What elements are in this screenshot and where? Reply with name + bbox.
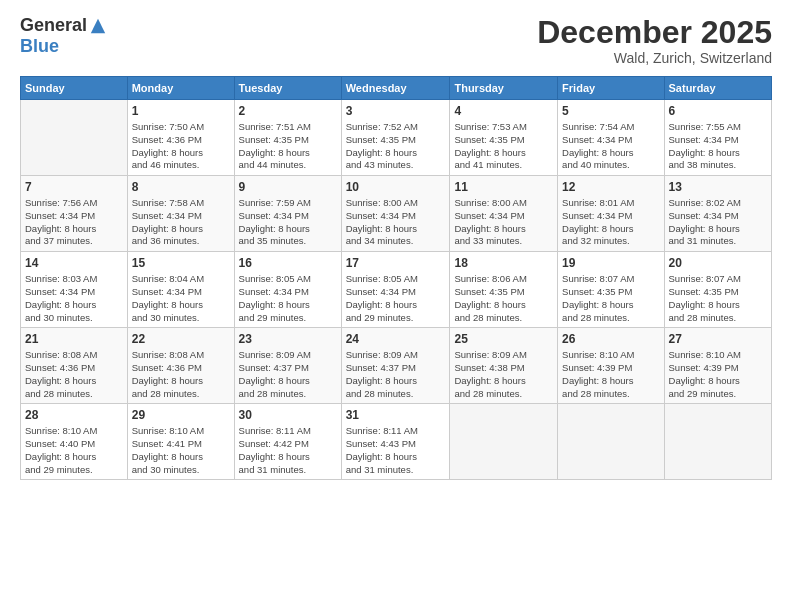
day-info: Sunrise: 8:02 AMSunset: 4:34 PMDaylight:… (669, 197, 767, 248)
day-number: 8 (132, 179, 230, 196)
calendar-cell: 20Sunrise: 8:07 AMSunset: 4:35 PMDayligh… (664, 252, 771, 328)
day-number: 7 (25, 179, 123, 196)
calendar-cell: 22Sunrise: 8:08 AMSunset: 4:36 PMDayligh… (127, 328, 234, 404)
day-info: Sunrise: 7:55 AMSunset: 4:34 PMDaylight:… (669, 121, 767, 172)
day-number: 20 (669, 255, 767, 272)
day-info: Sunrise: 8:10 AMSunset: 4:39 PMDaylight:… (562, 349, 659, 400)
calendar-cell: 27Sunrise: 8:10 AMSunset: 4:39 PMDayligh… (664, 328, 771, 404)
day-number: 11 (454, 179, 553, 196)
day-info: Sunrise: 8:00 AMSunset: 4:34 PMDaylight:… (454, 197, 553, 248)
day-number: 16 (239, 255, 337, 272)
day-number: 6 (669, 103, 767, 120)
day-info: Sunrise: 7:58 AMSunset: 4:34 PMDaylight:… (132, 197, 230, 248)
calendar-body: 1Sunrise: 7:50 AMSunset: 4:36 PMDaylight… (21, 100, 772, 480)
calendar-cell: 11Sunrise: 8:00 AMSunset: 4:34 PMDayligh… (450, 176, 558, 252)
day-info: Sunrise: 8:05 AMSunset: 4:34 PMDaylight:… (346, 273, 446, 324)
day-info: Sunrise: 8:08 AMSunset: 4:36 PMDaylight:… (132, 349, 230, 400)
day-info: Sunrise: 8:04 AMSunset: 4:34 PMDaylight:… (132, 273, 230, 324)
day-number: 25 (454, 331, 553, 348)
calendar-cell: 23Sunrise: 8:09 AMSunset: 4:37 PMDayligh… (234, 328, 341, 404)
col-saturday: Saturday (664, 77, 771, 100)
calendar-cell: 30Sunrise: 8:11 AMSunset: 4:42 PMDayligh… (234, 404, 341, 480)
col-thursday: Thursday (450, 77, 558, 100)
calendar-cell: 28Sunrise: 8:10 AMSunset: 4:40 PMDayligh… (21, 404, 128, 480)
day-info: Sunrise: 7:56 AMSunset: 4:34 PMDaylight:… (25, 197, 123, 248)
day-number: 14 (25, 255, 123, 272)
calendar-cell: 15Sunrise: 8:04 AMSunset: 4:34 PMDayligh… (127, 252, 234, 328)
col-tuesday: Tuesday (234, 77, 341, 100)
calendar-cell (450, 404, 558, 480)
day-number: 22 (132, 331, 230, 348)
calendar-cell: 3Sunrise: 7:52 AMSunset: 4:35 PMDaylight… (341, 100, 450, 176)
calendar-header: Sunday Monday Tuesday Wednesday Thursday… (21, 77, 772, 100)
calendar-cell: 29Sunrise: 8:10 AMSunset: 4:41 PMDayligh… (127, 404, 234, 480)
calendar-cell: 14Sunrise: 8:03 AMSunset: 4:34 PMDayligh… (21, 252, 128, 328)
day-number: 13 (669, 179, 767, 196)
calendar-cell: 6Sunrise: 7:55 AMSunset: 4:34 PMDaylight… (664, 100, 771, 176)
day-info: Sunrise: 8:10 AMSunset: 4:39 PMDaylight:… (669, 349, 767, 400)
calendar-week-row: 28Sunrise: 8:10 AMSunset: 4:40 PMDayligh… (21, 404, 772, 480)
day-number: 21 (25, 331, 123, 348)
day-info: Sunrise: 8:09 AMSunset: 4:37 PMDaylight:… (346, 349, 446, 400)
logo-icon (89, 17, 107, 35)
calendar-week-row: 21Sunrise: 8:08 AMSunset: 4:36 PMDayligh… (21, 328, 772, 404)
calendar-cell: 31Sunrise: 8:11 AMSunset: 4:43 PMDayligh… (341, 404, 450, 480)
calendar-cell (21, 100, 128, 176)
calendar-cell: 10Sunrise: 8:00 AMSunset: 4:34 PMDayligh… (341, 176, 450, 252)
day-number: 5 (562, 103, 659, 120)
col-friday: Friday (558, 77, 664, 100)
logo-general-text: General (20, 15, 87, 36)
calendar-cell: 19Sunrise: 8:07 AMSunset: 4:35 PMDayligh… (558, 252, 664, 328)
day-number: 24 (346, 331, 446, 348)
day-info: Sunrise: 8:07 AMSunset: 4:35 PMDaylight:… (562, 273, 659, 324)
calendar-cell: 9Sunrise: 7:59 AMSunset: 4:34 PMDaylight… (234, 176, 341, 252)
calendar-week-row: 1Sunrise: 7:50 AMSunset: 4:36 PMDaylight… (21, 100, 772, 176)
day-number: 30 (239, 407, 337, 424)
day-number: 2 (239, 103, 337, 120)
day-number: 29 (132, 407, 230, 424)
day-info: Sunrise: 8:00 AMSunset: 4:34 PMDaylight:… (346, 197, 446, 248)
day-info: Sunrise: 7:54 AMSunset: 4:34 PMDaylight:… (562, 121, 659, 172)
calendar-cell: 17Sunrise: 8:05 AMSunset: 4:34 PMDayligh… (341, 252, 450, 328)
logo: General Blue (20, 15, 107, 57)
calendar-cell: 21Sunrise: 8:08 AMSunset: 4:36 PMDayligh… (21, 328, 128, 404)
calendar-cell: 26Sunrise: 8:10 AMSunset: 4:39 PMDayligh… (558, 328, 664, 404)
day-info: Sunrise: 7:51 AMSunset: 4:35 PMDaylight:… (239, 121, 337, 172)
day-info: Sunrise: 8:09 AMSunset: 4:37 PMDaylight:… (239, 349, 337, 400)
day-number: 19 (562, 255, 659, 272)
day-info: Sunrise: 8:09 AMSunset: 4:38 PMDaylight:… (454, 349, 553, 400)
day-info: Sunrise: 8:05 AMSunset: 4:34 PMDaylight:… (239, 273, 337, 324)
day-number: 31 (346, 407, 446, 424)
header-row: Sunday Monday Tuesday Wednesday Thursday… (21, 77, 772, 100)
calendar-cell: 1Sunrise: 7:50 AMSunset: 4:36 PMDaylight… (127, 100, 234, 176)
calendar-week-row: 14Sunrise: 8:03 AMSunset: 4:34 PMDayligh… (21, 252, 772, 328)
day-info: Sunrise: 8:01 AMSunset: 4:34 PMDaylight:… (562, 197, 659, 248)
svg-marker-0 (91, 18, 105, 32)
day-info: Sunrise: 8:08 AMSunset: 4:36 PMDaylight:… (25, 349, 123, 400)
page: General Blue December 2025 Wald, Zurich,… (0, 0, 792, 612)
calendar-cell (664, 404, 771, 480)
calendar-week-row: 7Sunrise: 7:56 AMSunset: 4:34 PMDaylight… (21, 176, 772, 252)
calendar-cell: 5Sunrise: 7:54 AMSunset: 4:34 PMDaylight… (558, 100, 664, 176)
day-info: Sunrise: 8:03 AMSunset: 4:34 PMDaylight:… (25, 273, 123, 324)
location: Wald, Zurich, Switzerland (537, 50, 772, 66)
day-number: 9 (239, 179, 337, 196)
day-info: Sunrise: 8:10 AMSunset: 4:41 PMDaylight:… (132, 425, 230, 476)
day-number: 10 (346, 179, 446, 196)
logo-blue-text: Blue (20, 36, 59, 57)
day-number: 23 (239, 331, 337, 348)
col-monday: Monday (127, 77, 234, 100)
day-info: Sunrise: 7:53 AMSunset: 4:35 PMDaylight:… (454, 121, 553, 172)
col-wednesday: Wednesday (341, 77, 450, 100)
day-number: 12 (562, 179, 659, 196)
day-number: 28 (25, 407, 123, 424)
day-info: Sunrise: 7:50 AMSunset: 4:36 PMDaylight:… (132, 121, 230, 172)
calendar-cell: 18Sunrise: 8:06 AMSunset: 4:35 PMDayligh… (450, 252, 558, 328)
month-title: December 2025 (537, 15, 772, 50)
day-number: 27 (669, 331, 767, 348)
calendar-cell: 16Sunrise: 8:05 AMSunset: 4:34 PMDayligh… (234, 252, 341, 328)
calendar-cell: 4Sunrise: 7:53 AMSunset: 4:35 PMDaylight… (450, 100, 558, 176)
day-number: 18 (454, 255, 553, 272)
day-number: 1 (132, 103, 230, 120)
day-number: 4 (454, 103, 553, 120)
